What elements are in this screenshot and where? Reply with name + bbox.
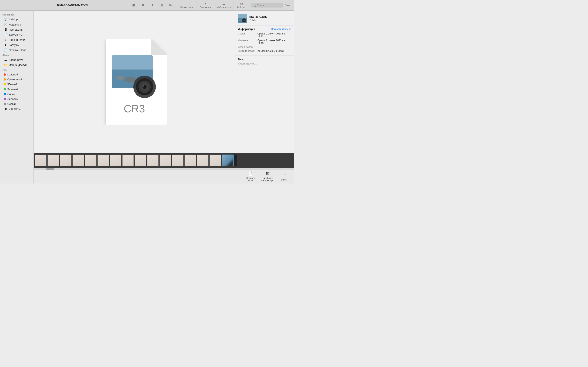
filmstrip [34,153,294,168]
sidebar-item-label-icloud-drive: iCloud Drive [9,58,23,61]
sidebar-item-label-all-tags: Все теги... [9,107,21,110]
filmstrip-item-10[interactable] [147,155,159,166]
sidebar-item-label-recent: Недавние [9,23,21,26]
filmstrip-item-3[interactable] [60,155,72,166]
sidebar-item-label-downloads: Загрузки [9,43,19,47]
back-button[interactable]: ‹ [2,2,8,8]
sidebar-item-shared[interactable]: 📁 Общий доступ [1,62,32,67]
sidebar-item-programs[interactable]: 📱 Программы [1,27,32,32]
filmstrip-item-4[interactable] [72,155,84,166]
cr3-file-icon: CR3 [102,39,167,125]
share-label: Поделиться [200,6,211,8]
filmstrip-item-7[interactable] [110,155,121,166]
sidebar-item-yellow[interactable]: Желтый [1,82,32,87]
action-icon: ⚙ [240,2,243,6]
svg-point-10 [143,85,144,87]
forward-button[interactable]: › [9,2,15,8]
search-box[interactable]: 🔍 [251,3,283,8]
info-tags-title: Теги [238,58,291,61]
sidebar-item-all-tags[interactable]: ⬤ Все теги... [1,106,32,111]
info-row-used: Использован -- [238,46,291,49]
tags-group: 🏷 Добавить теги [214,1,234,9]
filmstrip-scrollbar[interactable] [34,168,294,170]
sidebar-item-gray[interactable]: Серый [1,101,32,106]
sidebar-item-label-desktop: Рабочий стол [9,38,26,42]
info-value-content-created: 21 июня 2023 г. в 11:13 [258,50,291,52]
sidebar-item-recent[interactable]: 🕐 Недавние [1,22,32,27]
search-input[interactable] [257,4,281,7]
sidebar-item-downloads[interactable]: ⬇ Загрузки [1,42,32,47]
add-tags-placeholder[interactable]: Добавить теги... [238,62,291,66]
share-button[interactable]: ↑ Поделиться [198,1,213,9]
filmstrip-item-11[interactable] [159,155,171,166]
filmstrip-item-16[interactable] [222,155,233,166]
filmstrip-item-5[interactable] [85,155,96,166]
gray-tag-dot [4,103,6,105]
show-less-button[interactable]: Показать меньше [271,28,291,31]
sidebar-item-desktop[interactable]: 🖥 Рабочий стол [1,37,32,42]
info-label-content-created: Контент создан [238,50,256,52]
sidebar-item-orange[interactable]: Оранжевый [1,77,32,82]
filmstrip-scrollbar-thumb [46,168,54,170]
group-label: Группировать [181,6,193,8]
more-icon: ··· [282,173,286,178]
sidebar-item-label-red: Красный [7,73,18,76]
sidebar-item-green[interactable]: Зеленый [1,87,32,92]
sidebar-item-label-green: Зеленый [7,88,18,91]
info-panel: IMG_4679.CR3 31 МБ Информация Показать м… [235,11,294,153]
toolbar: ⊞ ≡ ⫼ ⊟ Вид ⊞ Группировать ↑ Поделиться [128,1,292,9]
list-view-button[interactable]: ≡ [139,2,148,8]
filmstrip-item-6[interactable] [97,155,109,166]
filmstrip-item-8[interactable] [122,155,134,166]
group-icon: ⊞ [186,2,188,6]
filmstrip-item-12[interactable] [172,155,184,166]
sidebar-item-documents[interactable]: 📄 Документы [1,32,32,37]
sidebar-item-icloud-drive[interactable]: ☁ iCloud Drive [1,57,32,62]
sidebar-item-blue[interactable]: Синий [1,92,32,96]
filmstrip-item-15[interactable] [209,155,221,166]
filmstrip-item-13[interactable] [184,155,196,166]
downloads-icon: ⬇ [4,43,7,47]
more-button[interactable]: ··· Еще... [278,171,291,182]
filmstrip-item-9[interactable] [135,155,146,166]
view-group: ⊞ ≡ ⫼ ⊟ Вид [128,2,177,8]
action-label: Действие [237,6,246,8]
search-group: 🔍 Поиск [250,3,292,8]
sidebar-item-label-creative: Creative Cloud... [9,49,29,52]
column-view-button[interactable]: ⫼ [148,2,157,8]
recent-icon: 🕐 [4,23,7,26]
info-value-modified: Среда, 21 июня 2023 г. в 11:13 [258,39,291,45]
sidebar-item-airdrop[interactable]: 📡 AirDrop [1,17,32,22]
create-pdf-label: СоздатьPDF [246,177,255,182]
nav-buttons: ‹ › [2,2,15,8]
sidebar-item-creative[interactable]: 📄 Creative Cloud... [1,48,32,52]
create-pdf-button[interactable]: 📄 СоздатьPDF [243,170,258,183]
desktop-icon: 🖥 [4,38,7,42]
sidebar-item-red[interactable]: Красный [1,72,32,77]
info-section-header: Информация Показать меньше [238,27,291,31]
action-button[interactable]: ⚙ Действие [235,1,248,9]
gallery-view-icon: ⊟ [160,3,163,7]
sidebar-item-label-airdrop: AirDrop [9,18,18,21]
view-label: Вид [167,3,176,7]
gallery-view-button[interactable]: ⊟ [157,2,166,8]
filmstrip-item-14[interactable] [197,155,209,166]
airdrop-icon: 📡 [4,18,7,21]
icon-view-button[interactable]: ⊞ [129,2,138,8]
add-tags-label: Добавить теги [217,6,231,8]
filmstrip-item-2[interactable] [47,155,59,166]
convert-image-button[interactable]: 🖼 Преобразо-вать изобр... [258,171,278,183]
search-label: Поиск [284,4,290,6]
filmstrip-item-1[interactable] [35,155,47,166]
window-title: DIMA&DJANET&MATVEI [17,4,128,7]
sidebar-item-purple[interactable]: Лиловый [1,97,32,101]
creative-icon: 📄 [4,48,7,52]
column-view-icon: ⫼ [151,3,154,7]
sidebar-item-label-documents: Документы [9,33,22,36]
group-button[interactable]: ⊞ Группировать [179,1,195,9]
info-tags-section: Теги Добавить теги... [235,56,294,67]
info-thumbnail [238,14,247,23]
sidebar-item-label-orange: Оранжевый [7,78,22,81]
add-tags-button[interactable]: 🏷 Добавить теги [216,1,232,9]
search-icon: 🔍 [253,4,256,7]
